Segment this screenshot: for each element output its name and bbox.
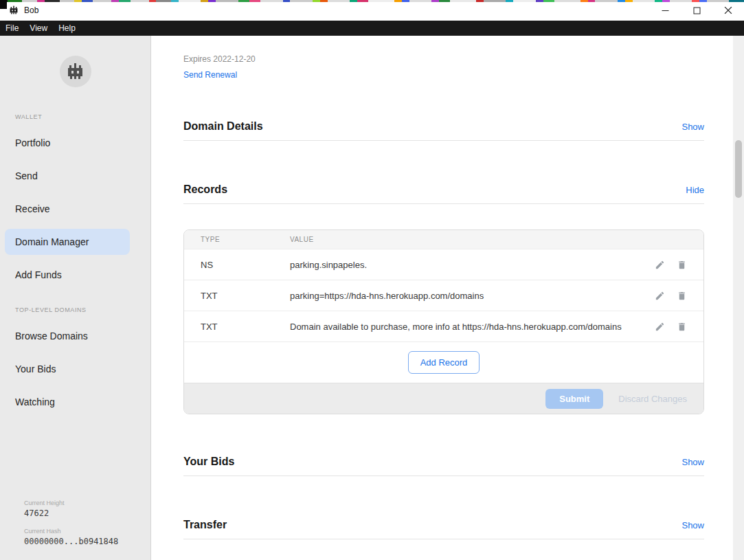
sidebar-item-browse-domains[interactable]: Browse Domains (5, 323, 130, 349)
your-bids-header: Your Bids Show (183, 456, 704, 476)
your-bids-toggle-link[interactable]: Show (681, 457, 704, 467)
current-hash-value: 00000000...b0941848 (24, 537, 118, 546)
record-actions (655, 322, 703, 332)
app-body: WALLET Portfolio Send Receive Domain Man… (0, 36, 744, 560)
record-value: parking.sinpapeles. (290, 260, 655, 270)
value-column-header: VALUE (290, 236, 703, 243)
edit-record-icon[interactable] (655, 260, 665, 270)
screenshot-noise-artifact (0, 0, 744, 2)
maximize-button[interactable] (681, 0, 712, 21)
sidebar-item-portfolio[interactable]: Portfolio (5, 130, 130, 156)
record-row: NS parking.sinpapeles. (184, 249, 703, 280)
records-table-header: TYPE VALUE (184, 230, 703, 249)
sidebar: WALLET Portfolio Send Receive Domain Man… (0, 36, 151, 560)
minimize-button[interactable] (649, 0, 681, 21)
sidebar-item-add-funds[interactable]: Add Funds (5, 262, 130, 288)
domain-page: Expires 2022-12-20 Send Renewal Domain D… (183, 36, 704, 539)
sidebar-item-domain-manager[interactable]: Domain Manager (5, 229, 130, 255)
bob-robot-logo-icon (66, 63, 84, 81)
transfer-header: Transfer Show (183, 519, 704, 539)
menubar: File View Help (0, 21, 744, 36)
record-type: NS (184, 260, 290, 270)
current-height-label: Current Height (24, 500, 118, 506)
domain-details-toggle-link[interactable]: Show (681, 122, 704, 132)
type-column-header: TYPE (184, 236, 290, 243)
transfer-toggle-link[interactable]: Show (681, 520, 704, 530)
close-button[interactable] (712, 0, 744, 21)
transfer-title: Transfer (183, 519, 227, 531)
record-type: TXT (184, 322, 290, 332)
record-row: TXT Domain available to purchase, more i… (184, 311, 703, 341)
record-value: parking=https://hda-hns.herokuapp.com/do… (290, 291, 655, 301)
records-title: Records (183, 183, 227, 196)
window-controls (649, 0, 744, 21)
record-actions (655, 260, 703, 270)
logo-wrap (0, 36, 150, 87)
sidebar-section-tld-label: TOP-LEVEL DOMAINS (15, 306, 150, 313)
menu-help[interactable]: Help (53, 21, 81, 36)
record-row: TXT parking=https://hda-hns.herokuapp.co… (184, 280, 703, 311)
records-toggle-link[interactable]: Hide (686, 185, 704, 195)
current-height-value: 47622 (24, 508, 118, 518)
window-title: Bob (24, 5, 38, 15)
main-content: Expires 2022-12-20 Send Renewal Domain D… (151, 36, 744, 560)
records-table: TYPE VALUE NS parking.sinpapeles. (183, 229, 704, 414)
close-icon (724, 6, 732, 14)
discard-changes-button[interactable]: Discard Changes (618, 394, 687, 404)
domain-details-title: Domain Details (183, 120, 263, 133)
edit-record-icon[interactable] (655, 291, 665, 301)
sidebar-item-send[interactable]: Send (5, 163, 130, 189)
records-actions-footer: Submit Discard Changes (184, 383, 703, 414)
maximize-icon (693, 7, 701, 14)
bob-robot-icon (9, 5, 19, 15)
sidebar-item-watching[interactable]: Watching (5, 389, 130, 415)
scrollbar-thumb[interactable] (735, 140, 742, 198)
delete-record-icon[interactable] (677, 291, 687, 301)
add-record-row: Add Record (184, 341, 703, 383)
send-renewal-link[interactable]: Send Renewal (183, 70, 237, 80)
sidebar-item-receive[interactable]: Receive (5, 196, 130, 222)
sidebar-item-your-bids[interactable]: Your Bids (5, 356, 130, 382)
scrollbar[interactable] (733, 36, 744, 560)
record-value: Domain available to purchase, more info … (290, 322, 655, 332)
minimize-icon (662, 7, 669, 14)
record-type: TXT (184, 291, 290, 301)
record-actions (655, 291, 703, 301)
app-logo (60, 56, 91, 87)
menu-view[interactable]: View (24, 21, 53, 36)
sidebar-footer: Current Height 47622 Current Hash 000000… (24, 500, 118, 546)
expires-text: Expires 2022-12-20 (183, 36, 704, 64)
your-bids-title: Your Bids (183, 456, 234, 468)
titlebar: Bob (0, 0, 744, 21)
menu-file[interactable]: File (0, 21, 24, 36)
submit-button[interactable]: Submit (545, 389, 603, 409)
edit-record-icon[interactable] (655, 322, 665, 332)
corner-artifact (0, 0, 7, 9)
domain-details-header: Domain Details Show (183, 120, 704, 141)
delete-record-icon[interactable] (677, 322, 687, 332)
records-header: Records Hide (183, 183, 704, 204)
add-record-button[interactable]: Add Record (408, 351, 480, 374)
delete-record-icon[interactable] (677, 260, 687, 270)
current-hash-label: Current Hash (24, 528, 118, 535)
sidebar-section-wallet-label: WALLET (15, 113, 150, 120)
